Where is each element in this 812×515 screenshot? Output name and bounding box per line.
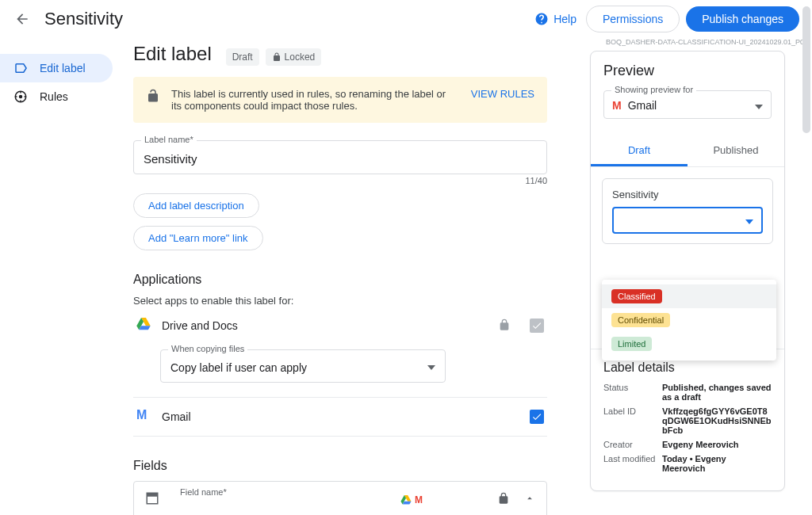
help-link[interactable]: Help — [534, 12, 576, 26]
preview-tabs: Draft Published — [591, 136, 784, 167]
app-row-drive: Drive and Docs — [133, 307, 547, 345]
field-apps-icons: M — [400, 495, 423, 505]
gmail-icon: M — [136, 409, 152, 425]
details-title: Label details — [603, 360, 772, 375]
drive-icon — [400, 495, 412, 505]
dropdown-option-confidential[interactable]: Confidential — [602, 308, 776, 332]
rules-icon — [13, 89, 29, 105]
preview-select-label: Showing preview for — [611, 85, 696, 94]
tab-draft[interactable]: Draft — [591, 136, 688, 166]
sidebar: Edit label Rules — [0, 38, 119, 515]
applications-subheading: Select apps to enable this label for: — [133, 295, 547, 307]
lock-icon — [497, 492, 510, 507]
preview-title: Preview — [603, 63, 772, 79]
page-title: Sensitivity — [44, 9, 123, 29]
back-button[interactable] — [13, 10, 32, 29]
app-row-gmail: M Gmail — [133, 398, 547, 437]
applications-heading: Applications — [133, 273, 547, 287]
lock-icon — [272, 52, 282, 62]
tag-classified: Classified — [611, 289, 662, 303]
detail-key: Status — [603, 383, 662, 402]
banner-text: This label is currently used in rules, s… — [171, 88, 452, 112]
label-name-field-wrap: Label name* — [133, 140, 547, 174]
add-description-button[interactable]: Add label description — [133, 193, 259, 218]
svg-point-1 — [19, 95, 23, 99]
svg-rect-3 — [147, 494, 158, 498]
label-details: Label details StatusPublished, changes s… — [591, 349, 784, 490]
dropdown-option-limited[interactable]: Limited — [602, 332, 776, 356]
edit-heading: Edit label — [133, 43, 212, 65]
dropdown-option-classified[interactable]: Classified — [602, 284, 776, 308]
preview-card: Sensitivity — [602, 178, 773, 244]
collapse-button[interactable] — [524, 493, 535, 506]
detail-value: Published, changes saved as a draft — [662, 383, 772, 402]
sidebar-item-rules[interactable]: Rules — [0, 82, 113, 111]
sensitivity-dropdown-menu: Classified Confidential Limited — [602, 280, 776, 360]
publish-button[interactable]: Publish changes — [686, 6, 799, 32]
sensitivity-dropdown[interactable] — [612, 207, 763, 234]
locked-chip: Locked — [266, 48, 322, 66]
tag-limited: Limited — [611, 337, 652, 351]
permissions-button[interactable]: Permissions — [586, 6, 680, 32]
chevron-down-icon — [745, 214, 753, 227]
label-name-label: Label name* — [141, 135, 197, 144]
preview-app-select[interactable]: M Gmail — [603, 90, 772, 119]
build-tag: BOQ_DASHER-DATA-CLASSIFICATION-UI_202410… — [606, 38, 804, 46]
draft-chip: Draft — [226, 48, 259, 66]
chevron-down-icon — [755, 99, 763, 112]
char-count: 11/40 — [133, 176, 547, 185]
fields-box: Field name* M — [133, 481, 547, 515]
tag-confidential: Confidential — [611, 313, 670, 327]
field-type-icon — [145, 491, 159, 508]
field-name-label: Field name* — [177, 487, 230, 497]
scrollbar[interactable] — [802, 6, 810, 133]
copy-select-wrap: When copying files Copy label if user ca… — [160, 349, 446, 383]
main-content: Edit label Draft Locked This label is cu… — [119, 38, 563, 515]
drive-icon — [136, 318, 152, 334]
preview-card-title: Sensitivity — [612, 189, 763, 200]
preview-select-value: Gmail — [628, 99, 657, 112]
chevron-up-icon — [524, 493, 535, 504]
add-learn-more-button[interactable]: Add "Learn more" link — [133, 226, 263, 250]
detail-value: Today • Evgeny Meerovich — [662, 454, 772, 473]
gmail-icon: M — [415, 495, 423, 505]
copy-select-value: Copy label if user can apply — [170, 361, 307, 374]
view-rules-link[interactable]: VIEW RULES — [471, 88, 534, 100]
help-icon — [534, 12, 549, 26]
help-label: Help — [553, 13, 576, 25]
detail-value: Vkffzqeg6fgGYY6vGE0T8qDGW6E1OKudHsiSNNEb… — [662, 406, 772, 435]
label-icon — [13, 60, 29, 76]
copy-select-label: When copying files — [168, 344, 247, 353]
detail-key: Label ID — [603, 406, 662, 435]
drive-checkbox — [530, 319, 544, 333]
gmail-icon: M — [612, 100, 622, 111]
app-name: Gmail — [162, 410, 530, 423]
edit-header: Edit label Draft Locked — [133, 43, 547, 66]
topbar: Sensitivity Help Permissions Publish cha… — [0, 0, 812, 38]
label-name-input[interactable] — [133, 140, 547, 174]
app-name: Drive and Docs — [162, 319, 498, 332]
preview-panel: Preview Showing preview for M Gmail Draf… — [590, 51, 785, 491]
chevron-down-icon — [427, 365, 435, 370]
rules-warning-banner: This label is currently used in rules, s… — [133, 77, 547, 123]
tab-published[interactable]: Published — [688, 136, 784, 166]
gmail-checkbox[interactable] — [530, 410, 544, 424]
sidebar-item-edit-label[interactable]: Edit label — [0, 54, 113, 82]
detail-key: Creator — [603, 440, 662, 449]
detail-value: Evgeny Meerovich — [662, 440, 739, 449]
copy-select[interactable]: Copy label if user can apply — [160, 349, 446, 383]
lock-icon — [498, 319, 511, 334]
arrow-left-icon — [14, 11, 30, 27]
sidebar-item-label: Edit label — [40, 62, 86, 74]
sidebar-item-label: Rules — [40, 90, 68, 103]
lock-open-icon — [146, 89, 160, 105]
fields-heading: Fields — [133, 459, 547, 473]
detail-key: Last modified — [603, 454, 662, 473]
